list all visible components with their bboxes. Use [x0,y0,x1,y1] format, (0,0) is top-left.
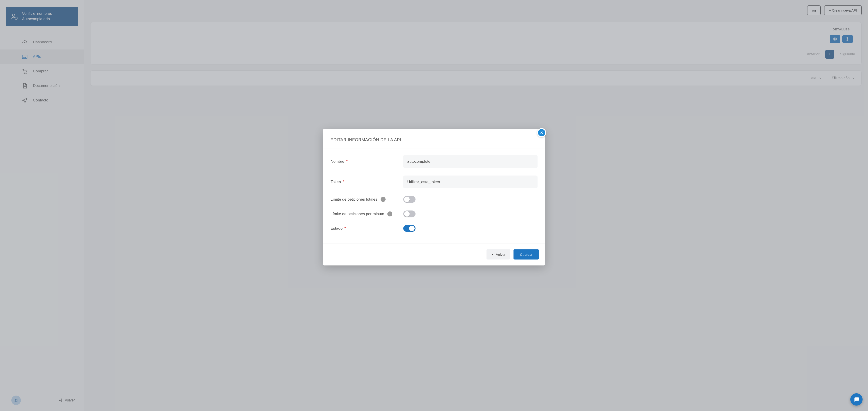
status-label: Estado * [331,226,403,231]
form-row-name: Nombre * [331,155,537,168]
limit-minute-label: Límite de peticiones por minuto i [331,211,403,216]
required-marker: * [344,226,346,231]
limit-total-label: Límite de peticiones totales i [331,197,403,202]
save-button-label: Guardar [520,253,532,257]
status-toggle[interactable] [403,225,415,232]
name-label-text: Nombre [331,159,344,164]
name-input[interactable] [403,155,537,168]
form-row-limit-minute: Límite de peticiones por minuto i [331,211,537,217]
back-button-label: Volver [496,253,505,257]
back-button[interactable]: Volver [487,249,510,260]
form-row-limit-total: Límite de peticiones totales i [331,196,537,203]
info-icon[interactable]: i [388,211,392,216]
edit-api-modal: EDITAR INFORMACIÓN DE LA API Nombre * To… [323,129,545,266]
form-row-status: Estado * [331,225,537,232]
limit-minute-toggle[interactable] [403,211,415,217]
modal-body: Nombre * Token * Límite de peticiones to… [323,148,545,243]
required-marker: * [346,159,348,164]
modal-title: EDITAR INFORMACIÓN DE LA API [331,137,537,142]
modal-footer: Volver Guardar [323,243,545,266]
limit-total-toggle[interactable] [403,196,415,203]
required-marker: * [343,180,344,184]
page-root: Verificar nombres Autocompletado Dashboa… [0,0,868,411]
chevron-left-icon [492,253,494,256]
modal-close-button[interactable] [537,128,546,137]
limit-total-text: Límite de peticiones totales [331,197,377,202]
chat-icon [854,397,859,402]
token-label-text: Token [331,180,341,184]
form-row-token: Token * [331,176,537,188]
close-icon [539,131,544,135]
status-label-text: Estado [331,226,343,231]
token-label: Token * [331,180,403,184]
modal-header: EDITAR INFORMACIÓN DE LA API [323,129,545,148]
name-label: Nombre * [331,159,403,164]
save-button[interactable]: Guardar [514,249,539,260]
chat-widget-button[interactable] [850,393,863,406]
limit-minute-text: Límite de peticiones por minuto [331,212,384,216]
info-icon[interactable]: i [380,197,385,202]
token-input[interactable] [403,176,537,188]
